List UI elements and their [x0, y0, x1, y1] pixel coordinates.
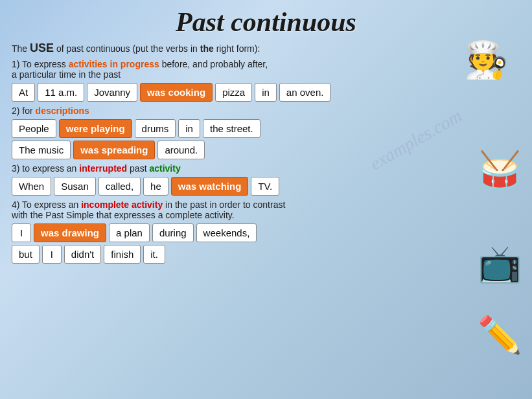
word-was-watching: was watching — [171, 177, 249, 196]
word-11am: 11 a.m. — [38, 83, 84, 102]
word-in2: in — [178, 119, 200, 138]
word-weekends: weekends, — [196, 223, 257, 242]
word-i1: I — [12, 223, 31, 242]
section2-row2: The music was spreading around. — [12, 141, 520, 159]
word-were-playing: were playing — [59, 119, 132, 138]
word-it: it. — [143, 245, 165, 264]
word-around: around. — [157, 141, 205, 159]
word-tv: TV. — [251, 177, 279, 196]
section1-row1: At 11 a.m. Jovanny was cooking pizza in … — [12, 83, 520, 102]
word-an-oven: an oven. — [279, 83, 331, 102]
word-was-spreading: was spreading — [73, 141, 155, 159]
section2-title: 2) for descriptions — [12, 106, 520, 116]
word-the-music: The music — [12, 141, 71, 159]
word-was-cooking: was cooking — [140, 83, 213, 102]
word-but: but — [12, 245, 40, 264]
word-jovanny: Jovanny — [87, 83, 137, 102]
subtitle: The use of past continuous (put the verb… — [12, 41, 520, 55]
word-drums: drums — [135, 119, 176, 138]
word-the-street: the street. — [203, 119, 260, 138]
word-in1: in — [255, 83, 277, 102]
section2-row1: People were playing drums in the street. — [12, 119, 520, 138]
word-during: during — [152, 223, 194, 242]
word-i2: I — [42, 245, 62, 264]
word-he: he — [143, 177, 168, 196]
section4-row2: but I didn't finish it. — [12, 245, 520, 264]
word-didnt: didn't — [64, 245, 101, 264]
word-people: People — [12, 119, 56, 138]
section1-title: 1) To express activities in progress bef… — [12, 59, 520, 80]
use-word: use — [30, 41, 54, 54]
word-pizza: pizza — [215, 83, 252, 102]
draw-decoration: ✏️ — [478, 314, 522, 356]
section4-title: 4) To express an incomplete activity in … — [12, 200, 520, 220]
word-at: At — [12, 83, 35, 102]
word-a-plan: a plan — [109, 223, 150, 242]
section4-row1: I was drawing a plan during weekends, — [12, 223, 520, 242]
word-was-drawing: was drawing — [34, 223, 106, 242]
word-when: When — [12, 177, 51, 196]
section3-title: 3) to express an interrupted past activi… — [12, 163, 520, 174]
section3-row1: When Susan called, he was watching TV. — [12, 177, 520, 196]
word-finish: finish — [104, 245, 141, 264]
word-susan: Susan — [54, 177, 96, 196]
word-called: called, — [98, 177, 141, 196]
page-title: Past continuous — [12, 6, 520, 38]
